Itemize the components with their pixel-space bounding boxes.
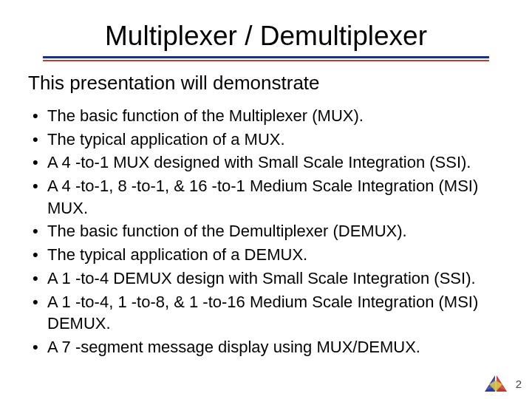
list-item: • A 7 -segment message display using MUX…	[31, 336, 505, 358]
list-item: • A 1 -to-4 DEMUX design with Small Scal…	[31, 267, 505, 290]
bullet-icon: •	[31, 291, 47, 313]
title-wrap: Multiplexer / Demultiplexer	[27, 21, 505, 52]
divider-line-top	[43, 56, 489, 58]
bullet-icon: •	[31, 336, 47, 358]
intro-text: This presentation will demonstrate	[28, 72, 505, 95]
list-item: • A 4 -to-1 MUX designed with Small Scal…	[31, 151, 505, 174]
bullet-icon: •	[31, 129, 47, 151]
slide-logo-icon	[485, 374, 507, 393]
bullet-text: A 7 -segment message display using MUX/D…	[47, 336, 505, 358]
list-item: • The basic function of the Multiplexer …	[31, 105, 505, 127]
bullet-icon: •	[31, 220, 47, 242]
list-item: • The typical application of a DEMUX.	[31, 244, 505, 266]
bullet-icon: •	[31, 267, 47, 290]
bullet-text: A 4 -to-1 MUX designed with Small Scale …	[47, 151, 505, 174]
list-item: • A 1 -to-4, 1 -to-8, & 1 -to-16 Medium …	[31, 291, 505, 335]
bullet-list: • The basic function of the Multiplexer …	[31, 105, 505, 358]
bullet-text: The basic function of the Multiplexer (M…	[47, 105, 505, 127]
page-number: 2	[516, 378, 522, 390]
slide-title: Multiplexer / Demultiplexer	[99, 21, 433, 52]
bullet-icon: •	[31, 175, 47, 197]
bullet-text: A 4 -to-1, 8 -to-1, & 16 -to-1 Medium Sc…	[47, 175, 505, 219]
bullet-icon: •	[31, 151, 47, 174]
bullet-text: The basic function of the Demultiplexer …	[47, 220, 505, 242]
bullet-icon: •	[31, 105, 47, 127]
slide: Multiplexer / Demultiplexer This present…	[0, 0, 532, 399]
bullet-text: The typical application of a MUX.	[47, 129, 505, 151]
bullet-text: A 1 -to-4, 1 -to-8, & 1 -to-16 Medium Sc…	[47, 291, 505, 335]
bullet-icon: •	[31, 244, 47, 266]
list-item: • A 4 -to-1, 8 -to-1, & 16 -to-1 Medium …	[31, 175, 505, 219]
bullet-text: A 1 -to-4 DEMUX design with Small Scale …	[47, 267, 505, 290]
list-item: • The typical application of a MUX.	[31, 129, 505, 151]
title-divider	[43, 56, 489, 61]
divider-line-bottom	[43, 60, 489, 61]
bullet-text: The typical application of a DEMUX.	[47, 244, 505, 266]
list-item: • The basic function of the Demultiplexe…	[31, 220, 505, 242]
